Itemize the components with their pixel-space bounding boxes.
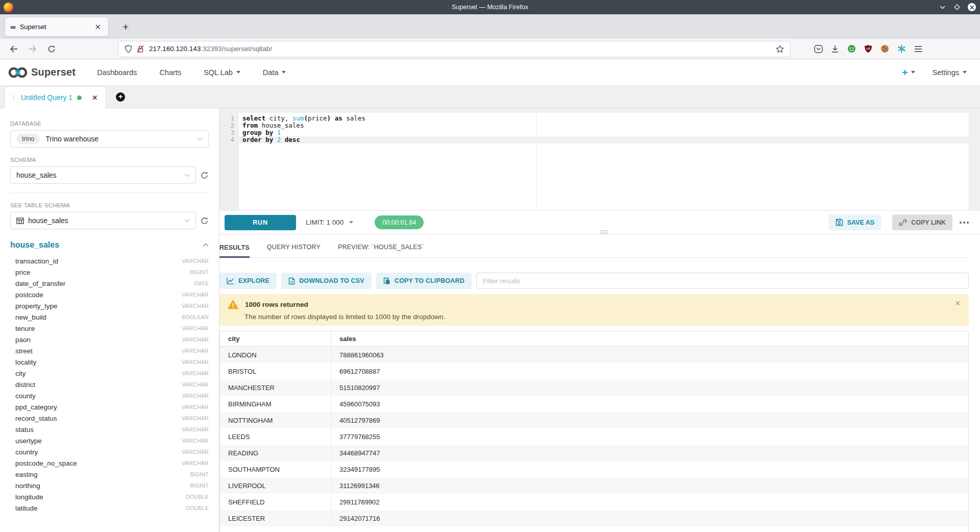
refresh-schema-icon[interactable]	[200, 171, 209, 180]
tab-preview-house-sales[interactable]: PREVIEW: `HOUSE_SALES`	[338, 244, 424, 257]
sql-editor[interactable]: 1 2 3 4 select city, sum(price) as sales…	[219, 113, 969, 210]
query-tab-close-icon[interactable]: ✕	[92, 94, 97, 102]
download-icon[interactable]	[831, 45, 839, 53]
column-row[interactable]: paonVARCHAR	[10, 334, 209, 345]
column-row[interactable]: usertypeVARCHAR	[10, 435, 209, 446]
table-row[interactable]: LONDON788861960063	[220, 347, 968, 363]
column-row[interactable]: streetVARCHAR	[10, 345, 209, 356]
column-row[interactable]: cityVARCHAR	[10, 368, 209, 379]
settings-menu[interactable]: Settings	[933, 68, 967, 77]
table-row[interactable]: NOTTINGHAM40512797869	[220, 412, 968, 428]
nav-item-charts[interactable]: Charts	[159, 68, 181, 77]
more-options-icon[interactable]	[960, 222, 969, 224]
alert-close-icon[interactable]: ✕	[954, 299, 961, 307]
table-row[interactable]: LIVERPOOL31126991346	[220, 477, 968, 494]
query-tabstrip: ⋮ Untitled Query 1 ✕ +	[0, 86, 980, 108]
chevron-up-icon[interactable]	[203, 243, 209, 247]
column-row[interactable]: tenureVARCHAR	[10, 323, 209, 334]
column-row[interactable]: record_statusVARCHAR	[10, 413, 209, 424]
column-row[interactable]: date_of_transferDATE	[10, 278, 209, 289]
column-row[interactable]: postcodeVARCHAR	[10, 289, 209, 300]
column-row[interactable]: northingBIGINT	[10, 480, 209, 491]
refresh-table-icon[interactable]	[200, 216, 209, 225]
database-select[interactable]: trino Trino warehouse	[10, 130, 209, 148]
table-row[interactable]: SOUTHAMPTON32349177895	[220, 461, 968, 477]
colorful-asterisk-extension-icon[interactable]	[897, 44, 906, 53]
browser-tab-superset[interactable]: ∞ Superset ✕	[5, 17, 109, 37]
ublock-extension-icon[interactable]: uB	[864, 44, 872, 53]
schema-select[interactable]: house_sales	[10, 166, 196, 184]
column-row[interactable]: transaction_idVARCHAR	[10, 255, 209, 267]
column-row[interactable]: latitudeDOUBLE	[10, 502, 209, 514]
table-row[interactable]: LEEDS37779768255	[220, 428, 968, 445]
table-row[interactable]: LEICESTER29142071716	[220, 510, 968, 526]
query-tab-untitled-1[interactable]: ⋮ Untitled Query 1 ✕	[4, 86, 106, 108]
column-row[interactable]: postcode_no_spaceVARCHAR	[10, 457, 209, 469]
table-row[interactable]: BIRMINGHAM45960075093	[220, 396, 968, 412]
forward-icon[interactable]	[28, 44, 38, 54]
column-row[interactable]: districtVARCHAR	[10, 379, 209, 390]
column-row[interactable]: localityVARCHAR	[10, 356, 209, 368]
limit-dropdown[interactable]: LIMIT: 1 000	[306, 219, 353, 226]
window-maximize-icon[interactable]	[953, 3, 961, 11]
add-query-tab-button[interactable]: +	[116, 92, 125, 102]
copy-to-clipboard-button[interactable]: COPY TO CLIPBOARD	[376, 273, 472, 289]
superset-logo[interactable]: Superset	[7, 66, 76, 79]
column-row[interactable]: priceBIGINT	[10, 267, 209, 278]
code-area[interactable]: select city, sum(price) as sales from ho…	[239, 115, 969, 143]
save-as-button[interactable]: SAVE AS	[829, 214, 881, 230]
drag-handle-icon[interactable]: ⋮	[10, 94, 16, 102]
window-minimize-icon[interactable]	[938, 3, 946, 11]
superset-infinity-icon	[7, 66, 29, 79]
alert-title: 1000 rows returned	[245, 301, 308, 308]
bookmark-star-icon[interactable]	[776, 45, 784, 53]
table-select[interactable]: house_sales	[10, 212, 196, 229]
pocket-icon[interactable]	[814, 45, 823, 53]
filter-results-input[interactable]	[476, 273, 969, 289]
copy-link-button[interactable]: COPY LINK	[892, 214, 952, 230]
cookie-extension-icon[interactable]	[880, 44, 889, 53]
column-list: transaction_idVARCHAR priceBIGINT date_o…	[10, 255, 209, 514]
run-button[interactable]: RUN	[225, 215, 296, 230]
column-row[interactable]: eastingBIGINT	[10, 469, 209, 480]
save-icon	[836, 219, 843, 226]
add-new-button[interactable]: +	[902, 67, 915, 78]
new-tab-button[interactable]: +	[122, 21, 129, 32]
nav-item-dashboards[interactable]: Dashboards	[97, 68, 137, 77]
table-row[interactable]: SHEFFIELD29911769902	[220, 494, 968, 510]
chevron-down-icon	[282, 71, 286, 74]
privacy-mask-extension-icon[interactable]	[847, 44, 856, 53]
tab-close-icon[interactable]: ✕	[92, 22, 103, 32]
window-close-icon[interactable]	[968, 3, 976, 11]
url-bar[interactable]: 217.160.120.143:32393/superset/sqllab/	[118, 41, 791, 57]
hamburger-menu-icon[interactable]	[914, 45, 922, 53]
tracking-shield-icon[interactable]	[125, 45, 132, 53]
table-row[interactable]: MANCHESTER51510820997	[220, 379, 968, 396]
download-csv-button[interactable]: DOWNLOAD TO CSV	[281, 273, 372, 289]
tab-query-history[interactable]: QUERY HISTORY	[267, 244, 321, 257]
tab-results[interactable]: RESULTS	[219, 244, 250, 258]
column-row[interactable]: ppd_categoryVARCHAR	[10, 401, 209, 413]
table-row[interactable]: READING34468947747	[220, 445, 968, 461]
nav-item-sql-lab[interactable]: SQL Lab	[204, 68, 240, 77]
column-row[interactable]: countryVARCHAR	[10, 446, 209, 457]
database-label: DATABASE	[10, 120, 209, 127]
chevron-down-icon	[236, 71, 240, 74]
table-icon	[16, 217, 24, 224]
column-row[interactable]: property_typeVARCHAR	[10, 300, 209, 311]
column-row[interactable]: countyVARCHAR	[10, 390, 209, 401]
column-row[interactable]: longitudeDOUBLE	[10, 491, 209, 502]
explore-button[interactable]: EXPLORE	[219, 273, 277, 289]
alert-body: The number of rows displayed is limited …	[244, 313, 961, 321]
table-schema-title[interactable]: house_sales	[10, 240, 59, 250]
column-row[interactable]: new_buildBOOLEAN	[10, 311, 209, 323]
column-row[interactable]: statusVARCHAR	[10, 424, 209, 435]
results-actions: EXPLORE DOWNLOAD TO CSV COPY TO CLIPBOAR…	[219, 273, 969, 289]
table-row[interactable]: BRISTOL69612708887	[220, 363, 968, 379]
reload-icon[interactable]	[46, 44, 57, 54]
nav-item-data[interactable]: Data	[263, 68, 286, 77]
column-header-sales[interactable]: sales	[331, 331, 968, 346]
column-header-city[interactable]: city	[220, 331, 331, 346]
insecure-lock-icon[interactable]	[137, 45, 144, 53]
back-icon[interactable]	[9, 44, 19, 54]
